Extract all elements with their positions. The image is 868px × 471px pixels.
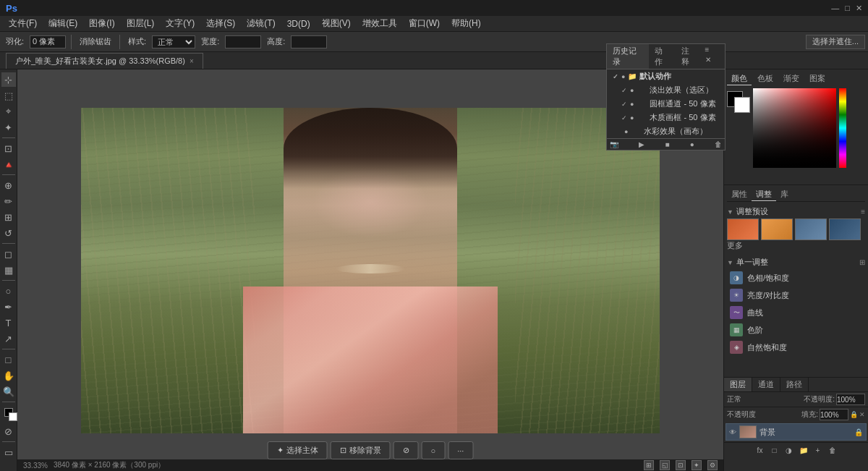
maximize-button[interactable]: □ bbox=[845, 4, 850, 13]
history-record-btn[interactable]: ■ bbox=[665, 140, 669, 148]
paths-tab[interactable]: 路径 bbox=[780, 378, 809, 391]
tool-move[interactable]: ⊹ bbox=[1, 72, 16, 87]
adj-vibrance[interactable]: ◈ 自然饱和度 bbox=[727, 339, 865, 356]
menu-edit[interactable]: 编辑(E) bbox=[43, 16, 83, 31]
tool-eyedropper[interactable]: 🔺 bbox=[1, 157, 16, 171]
select-subject-button[interactable]: ✦ 选择主体 bbox=[268, 441, 328, 459]
status-icon-1[interactable]: ⊞ bbox=[644, 460, 654, 470]
select-and-mask-button[interactable]: 选择并遮住... bbox=[806, 35, 865, 49]
tool-quick-mask[interactable]: ⊘ bbox=[1, 424, 16, 438]
history-new-snapshot-btn[interactable]: 📷 bbox=[610, 140, 618, 148]
status-icon-5[interactable]: ⚙ bbox=[707, 460, 718, 470]
props-tab-adj[interactable]: 调整 bbox=[752, 188, 776, 201]
canvas-tool-btn-3[interactable]: ⊘ bbox=[393, 441, 419, 459]
swatches-tab[interactable]: 色板 bbox=[753, 72, 778, 85]
single-adj-header[interactable]: ▼ 单一调整 ⊞ bbox=[727, 255, 865, 269]
status-icon-3[interactable]: ⊡ bbox=[676, 460, 686, 470]
remove-background-button[interactable]: ⊡ 移除背景 bbox=[331, 441, 391, 459]
single-adj-menu-icon[interactable]: ⊞ bbox=[859, 258, 865, 266]
menu-image[interactable]: 图像(I) bbox=[83, 16, 120, 31]
history-item-1[interactable]: ✓ ● 淡出效果（选区） bbox=[607, 83, 725, 97]
adj-levels[interactable]: ▦ 色阶 bbox=[727, 321, 865, 339]
tab-close-button[interactable]: × bbox=[190, 57, 194, 65]
tool-path-selection[interactable]: ↗ bbox=[1, 331, 16, 346]
menu-window[interactable]: 窗口(W) bbox=[403, 16, 446, 31]
fill-input[interactable] bbox=[820, 409, 848, 420]
feather-input[interactable] bbox=[30, 35, 66, 48]
tool-dodge[interactable]: ○ bbox=[1, 284, 16, 298]
adj-curves[interactable]: 〜 曲线 bbox=[727, 304, 865, 321]
history-item-3[interactable]: ✓ ● 木质画框 - 50 像素 bbox=[607, 111, 725, 124]
tool-brush[interactable]: ✏ bbox=[1, 194, 16, 208]
layer-adjustment-button[interactable]: ◑ bbox=[783, 444, 795, 456]
adj-brightness[interactable]: ☀ 亮度/对比度 bbox=[727, 287, 865, 304]
height-input[interactable] bbox=[291, 35, 327, 48]
opacity-input[interactable] bbox=[836, 394, 865, 405]
status-icon-4[interactable]: ✦ bbox=[692, 460, 702, 470]
tool-screen-mode[interactable]: ▭ bbox=[1, 445, 16, 459]
layer-mask-button[interactable]: □ bbox=[769, 444, 780, 456]
canvas-more-button[interactable]: ··· bbox=[448, 441, 473, 459]
tool-spot-heal[interactable]: ⊕ bbox=[1, 178, 16, 192]
menu-select[interactable]: 选择(S) bbox=[200, 16, 241, 31]
history-delete-btn[interactable]: 🗑 bbox=[715, 140, 722, 148]
history-stop-btn[interactable]: ● bbox=[690, 140, 694, 148]
menu-file[interactable]: 文件(F) bbox=[3, 16, 43, 31]
menu-plugins[interactable]: 增效工具 bbox=[357, 16, 403, 31]
layers-tab[interactable]: 图层 bbox=[724, 378, 752, 391]
layer-group-button[interactable]: 📁 bbox=[798, 444, 809, 456]
channels-tab[interactable]: 通道 bbox=[752, 378, 780, 391]
notes-tab[interactable]: 注释 bbox=[676, 44, 702, 69]
tool-pen[interactable]: ✒ bbox=[1, 300, 16, 314]
layer-item-background[interactable]: 👁 背景 🔒 bbox=[726, 423, 867, 441]
history-play-btn[interactable]: ▶ bbox=[639, 140, 644, 148]
menu-help[interactable]: 帮助(H) bbox=[446, 16, 487, 31]
background-color[interactable] bbox=[9, 412, 17, 421]
document-tab[interactable]: 户外_唯美_好看古装美女.jpg @ 33.33%(RGB/8) × bbox=[6, 53, 203, 69]
menu-layer[interactable]: 图层(L) bbox=[121, 16, 161, 31]
tool-history-brush[interactable]: ↺ bbox=[1, 226, 16, 240]
pattern-tab[interactable]: 图案 bbox=[805, 72, 830, 85]
menu-text[interactable]: 文字(Y) bbox=[160, 16, 200, 31]
width-input[interactable] bbox=[225, 35, 261, 48]
background-swatch[interactable] bbox=[734, 97, 750, 113]
preset-thumb-4[interactable] bbox=[829, 218, 861, 240]
menu-view[interactable]: 视图(V) bbox=[316, 16, 357, 31]
tool-selection[interactable]: ⬚ bbox=[1, 88, 16, 103]
adj-hue-saturation[interactable]: ◑ 色相/饱和度 bbox=[727, 269, 865, 287]
color-gradient[interactable] bbox=[753, 88, 836, 168]
history-tab[interactable]: 历史记录 bbox=[607, 44, 649, 69]
history-close-btn[interactable]: ✕ bbox=[702, 56, 714, 64]
tool-shape[interactable]: □ bbox=[1, 352, 16, 367]
tool-eraser[interactable]: ◻ bbox=[1, 247, 16, 261]
layer-visibility-toggle[interactable]: 👁 bbox=[729, 428, 736, 436]
actions-tab[interactable]: 动作 bbox=[649, 44, 676, 69]
tool-crop[interactable]: ⊡ bbox=[1, 141, 16, 156]
tool-stamp[interactable]: ⊞ bbox=[1, 210, 16, 224]
minimize-button[interactable]: — bbox=[831, 4, 839, 13]
gradient-tab[interactable]: 渐变 bbox=[779, 72, 804, 85]
props-tab-lib[interactable]: 库 bbox=[776, 188, 793, 201]
menu-filter[interactable]: 滤镜(T) bbox=[241, 16, 281, 31]
menu-3d[interactable]: 3D(D) bbox=[281, 17, 316, 30]
lock-icon-1[interactable]: 🔒 bbox=[850, 411, 858, 418]
tool-lasso[interactable]: ⌖ bbox=[1, 104, 16, 119]
preset-thumb-3[interactable] bbox=[795, 218, 827, 240]
status-icon-2[interactable]: ◱ bbox=[660, 460, 670, 470]
color-spectrum[interactable] bbox=[839, 88, 846, 168]
layer-delete-button[interactable]: 🗑 bbox=[827, 444, 838, 456]
tool-zoom[interactable]: 🔍 bbox=[1, 384, 16, 399]
preset-thumb-1[interactable] bbox=[727, 218, 759, 240]
props-tab-attr[interactable]: 属性 bbox=[727, 188, 752, 201]
style-select[interactable]: 正常 bbox=[152, 35, 195, 48]
tool-text[interactable]: T bbox=[1, 315, 16, 330]
canvas-tool-btn-4[interactable]: ○ bbox=[422, 441, 446, 459]
more-presets-button[interactable]: 更多 bbox=[727, 239, 743, 251]
history-item-2[interactable]: ✓ ● 圆框通道 - 50 像素 bbox=[607, 97, 725, 111]
tool-gradient[interactable]: ▦ bbox=[1, 263, 16, 277]
history-menu-btn[interactable]: ≡ bbox=[702, 46, 712, 54]
color-tab[interactable]: 颜色 bbox=[727, 72, 752, 85]
tool-hand[interactable]: ✋ bbox=[1, 368, 16, 383]
lock-icon-2[interactable]: ✕ bbox=[859, 411, 865, 418]
tool-magic-wand[interactable]: ✦ bbox=[1, 120, 16, 135]
